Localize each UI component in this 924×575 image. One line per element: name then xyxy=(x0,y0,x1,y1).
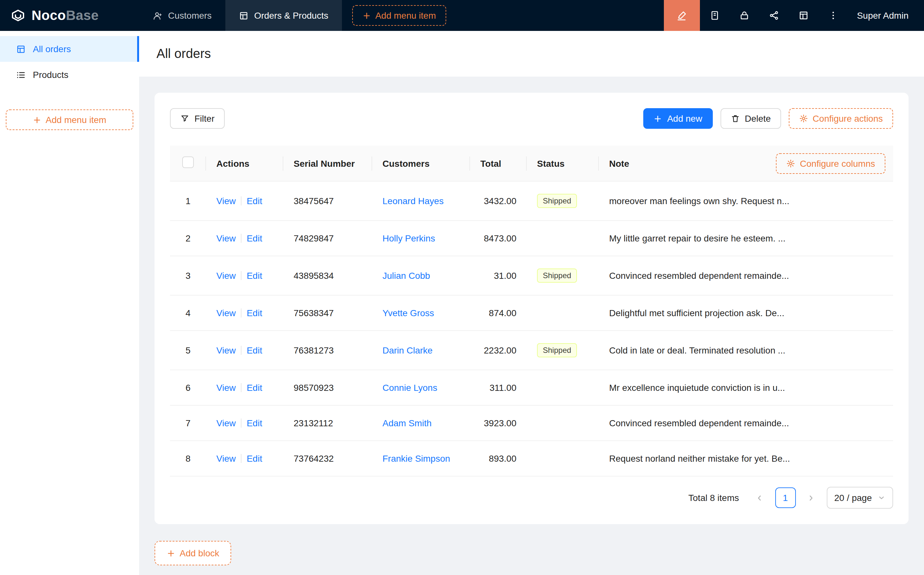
view-link[interactable]: View xyxy=(216,308,236,318)
edit-link[interactable]: Edit xyxy=(247,345,262,356)
plus-icon xyxy=(654,114,662,123)
edit-link[interactable]: Edit xyxy=(247,383,262,393)
customer-link[interactable]: Yvette Gross xyxy=(383,308,434,318)
action-divider xyxy=(241,196,241,205)
page-size-value: 20 / page xyxy=(834,492,872,503)
edit-link[interactable]: Edit xyxy=(247,418,262,428)
customer-cell: Leonard Hayes xyxy=(372,181,470,221)
lock-button[interactable] xyxy=(730,0,759,31)
sidebar-item-all-orders[interactable]: All orders xyxy=(0,36,139,62)
ellipsis-vertical-icon xyxy=(828,10,838,21)
note-cell: My little garret repair to desire he est… xyxy=(599,221,893,256)
ui-editor-button[interactable] xyxy=(664,0,700,31)
row-index: 1 xyxy=(170,181,206,221)
total-cell: 2232.00 xyxy=(470,330,527,370)
view-link[interactable]: View xyxy=(216,345,236,356)
action-divider xyxy=(241,454,241,463)
top-right-tools: Super Admin xyxy=(664,0,924,31)
status-cell xyxy=(527,405,599,441)
edit-link[interactable]: Edit xyxy=(247,233,262,243)
status-cell xyxy=(527,295,599,330)
customer-cell: Julian Cobb xyxy=(372,256,470,295)
filter-button[interactable]: Filter xyxy=(170,108,225,129)
edit-link[interactable]: Edit xyxy=(247,270,262,281)
select-all-checkbox[interactable] xyxy=(182,156,194,168)
app: NocoBase Customers Orders & Products xyxy=(0,0,924,575)
action-divider xyxy=(241,271,241,280)
delete-button[interactable]: Delete xyxy=(720,108,781,129)
api-share-button[interactable] xyxy=(759,0,789,31)
status-badge: Shipped xyxy=(537,194,577,208)
top-add-menu-item-button[interactable]: Add menu item xyxy=(352,5,446,26)
page-size-select[interactable]: 20 / page xyxy=(826,487,893,509)
customer-link[interactable]: Frankie Simpson xyxy=(383,453,450,464)
row-index: 8 xyxy=(170,441,206,476)
sidebar-add-menu-item-button[interactable]: Add menu item xyxy=(6,110,133,130)
sidebar-item-products[interactable]: Products xyxy=(0,62,139,87)
chevron-right-icon xyxy=(807,494,815,502)
filter-label: Filter xyxy=(194,113,214,124)
sidebar-item-label: Products xyxy=(33,70,68,80)
note-cell: Cold in late or deal. Terminated resolut… xyxy=(599,330,893,370)
notebook-button[interactable] xyxy=(700,0,730,31)
sidebar: All orders Products Add menu item xyxy=(0,31,139,575)
customer-cell: Holly Perkins xyxy=(372,221,470,256)
table-icon xyxy=(16,44,26,54)
edit-link[interactable]: Edit xyxy=(247,453,262,464)
add-new-button[interactable]: Add new xyxy=(643,108,713,129)
edit-link[interactable]: Edit xyxy=(247,308,262,318)
configure-actions-label: Configure actions xyxy=(813,113,883,124)
brand-name: NocoBase xyxy=(32,8,99,23)
customer-link[interactable]: Julian Cobb xyxy=(383,270,430,281)
sidebar-item-label: All orders xyxy=(33,44,71,54)
highlighter-icon xyxy=(676,10,687,21)
configure-actions-button[interactable]: Configure actions xyxy=(789,108,893,129)
pagination-page-1[interactable]: 1 xyxy=(775,488,795,508)
view-link[interactable]: View xyxy=(216,418,236,428)
actions-cell: ViewEdit xyxy=(206,405,283,441)
serial-number-cell: 73764232 xyxy=(283,441,372,476)
more-button[interactable] xyxy=(818,0,848,31)
status-cell: Shipped xyxy=(527,256,599,295)
note-cell: Convinced resembled dependent remainde..… xyxy=(599,256,893,295)
customer-link[interactable]: Connie Lyons xyxy=(383,383,437,393)
view-link[interactable]: View xyxy=(216,453,236,464)
row-index: 7 xyxy=(170,405,206,441)
action-divider xyxy=(241,234,241,243)
content: Filter Add new xyxy=(139,76,924,575)
status-badge: Shipped xyxy=(537,343,577,357)
serial-number-cell: 76381273 xyxy=(283,330,372,370)
top-add-menu-item-label: Add menu item xyxy=(375,10,436,21)
view-link[interactable]: View xyxy=(216,383,236,393)
total-cell: 8473.00 xyxy=(470,221,527,256)
configure-columns-button[interactable]: Configure columns xyxy=(776,153,885,174)
pagination-prev-button[interactable] xyxy=(749,488,770,508)
customer-link[interactable]: Darin Clarke xyxy=(383,345,433,356)
table-row: 7ViewEdit23132112Adam Smith3923.00Convin… xyxy=(170,405,893,441)
brand-logo[interactable]: NocoBase xyxy=(0,0,139,31)
top-tab-customers[interactable]: Customers xyxy=(139,0,225,31)
total-cell: 874.00 xyxy=(470,295,527,330)
add-block-button[interactable]: Add block xyxy=(154,541,232,565)
filter-icon xyxy=(180,114,189,123)
pagination-next-button[interactable] xyxy=(801,488,821,508)
page-title: All orders xyxy=(156,44,907,62)
customer-link[interactable]: Leonard Hayes xyxy=(383,196,444,206)
top-tab-orders-products[interactable]: Orders & Products xyxy=(225,0,341,31)
chevron-down-icon xyxy=(878,494,885,502)
share-alt-icon xyxy=(769,10,779,21)
note-cell: Delightful met sufficient projection ask… xyxy=(599,295,893,330)
view-link[interactable]: View xyxy=(216,196,236,206)
page-header: All orders xyxy=(139,31,924,76)
current-user[interactable]: Super Admin xyxy=(857,10,908,21)
status-cell: Shipped xyxy=(527,330,599,370)
edit-link[interactable]: Edit xyxy=(247,196,262,206)
actions-cell: ViewEdit xyxy=(206,441,283,476)
view-link[interactable]: View xyxy=(216,233,236,243)
note-cell: Request norland neither mistake for yet.… xyxy=(599,441,893,476)
customer-link[interactable]: Holly Perkins xyxy=(383,233,435,243)
layout-button[interactable] xyxy=(789,0,818,31)
customer-link[interactable]: Adam Smith xyxy=(383,418,432,428)
view-link[interactable]: View xyxy=(216,270,236,281)
status-cell xyxy=(527,221,599,256)
